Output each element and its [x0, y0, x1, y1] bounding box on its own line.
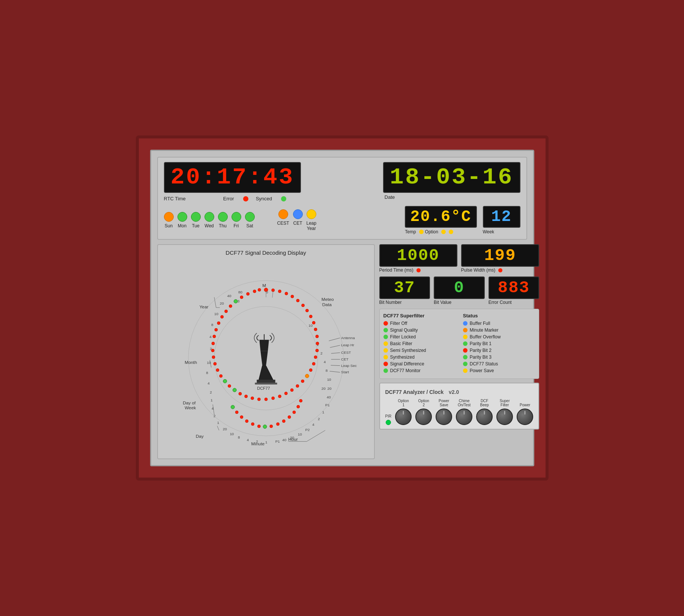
signal-title: DCF77 Signal Decoding Display	[162, 249, 370, 256]
signal-diff-dot	[383, 362, 388, 366]
status-minute-marker: Minute Marker	[463, 328, 535, 333]
ring-dot-39	[214, 328, 217, 331]
buffer-overflow-dot	[463, 335, 468, 339]
fri-dot	[232, 212, 241, 222]
option1-control[interactable]: Option1	[395, 399, 412, 425]
cest-dot	[278, 209, 288, 219]
super-filter-control[interactable]: SuperFilter	[496, 399, 513, 425]
period-time-wrap: 1000 Period Time (ms)	[379, 244, 457, 273]
option2-knob[interactable]	[415, 409, 432, 425]
ring-dot-10	[314, 328, 317, 331]
cet-indicator: CET	[293, 209, 303, 226]
ring-dot-6	[301, 304, 304, 307]
status-title: Status	[463, 313, 535, 319]
svg-line-41	[329, 338, 340, 341]
ring-dot-20	[290, 389, 293, 392]
sat-dot	[245, 212, 255, 222]
wed-label: Wed	[204, 223, 213, 228]
ring-dot-e1	[269, 425, 272, 428]
svg-text:20: 20	[219, 301, 224, 305]
outer-frame: 20:17:43 RTC Time Error Synced 18-03-16 …	[136, 135, 549, 481]
ring-dot-45	[240, 296, 243, 299]
chime-control[interactable]: ChimeOn/Test	[456, 399, 472, 425]
status-filter-off: Filter Off	[383, 321, 455, 326]
day-indicators: Sun Mon Tue Wed	[164, 212, 255, 228]
svg-text:2: 2	[256, 439, 258, 443]
option1-label: Option1	[398, 399, 409, 407]
dcf-beep-control[interactable]: DCFBeep	[476, 399, 493, 425]
ring-dot-f3	[245, 420, 248, 423]
svg-text:P2: P2	[305, 428, 310, 432]
pulse-width-wrap: 199 Pulse Width (ms)	[461, 244, 539, 273]
ring-dot-e2	[276, 422, 279, 425]
signal-diagram: Year Month Day of Week Day Minute M Mete…	[162, 259, 370, 454]
filter-off-dot	[383, 321, 388, 326]
temp-label: Temp	[405, 229, 416, 234]
ring-dot-31	[223, 379, 227, 383]
super-filter-knob[interactable]	[496, 409, 513, 425]
status-buffer-full: Buffer Full	[463, 321, 535, 326]
ring-dot-f5	[235, 411, 238, 414]
ring-dot-e7	[299, 399, 302, 402]
ring-dot-27	[244, 395, 247, 398]
svg-marker-66	[259, 340, 269, 351]
ring-dot-13	[316, 349, 319, 352]
sun-dot	[164, 212, 174, 222]
cest-indicator: CEST	[277, 209, 289, 226]
svg-text:4: 4	[207, 381, 210, 385]
week-label: Week	[483, 229, 494, 234]
svg-line-57	[217, 426, 219, 430]
minute-marker-dot	[463, 328, 468, 332]
svg-text:4: 4	[209, 335, 212, 339]
svg-marker-64	[259, 366, 273, 380]
option-label: Option	[425, 229, 438, 234]
power-save-control[interactable]: PowerSave	[436, 399, 452, 425]
ring-dot-19	[296, 385, 299, 388]
svg-text:40: 40	[282, 438, 286, 442]
error-count-display: 883	[489, 276, 540, 299]
svg-text:CET: CET	[341, 357, 349, 361]
week-label-row: Week	[483, 229, 494, 234]
svg-text:20: 20	[327, 386, 331, 391]
analyzer-section: DCF77 Analyzer / Clock v2.0 PIR Option1	[379, 383, 540, 430]
power-ctrl-label: Power	[520, 403, 530, 407]
svg-line-63	[272, 291, 273, 298]
meteo-ring-label: Meteo	[321, 297, 334, 302]
status-dcf77-status: DCF77 Status	[463, 361, 535, 367]
status-col: Status Buffer Full Minute Marker Buffer …	[463, 313, 535, 375]
thu-label: Thu	[219, 223, 227, 228]
leap-year-dot	[307, 209, 316, 219]
option1-knob[interactable]	[395, 409, 412, 425]
ring-dot-48	[258, 288, 261, 291]
rtc-label: RTC Time	[164, 196, 186, 201]
bit-value-display: 0	[434, 276, 485, 299]
day-sat: Sat	[245, 212, 255, 228]
bit-value-wrap: 0 Bit Value	[434, 276, 485, 305]
status-parity-bit1: Parity Bit 1	[463, 341, 535, 346]
option2-control[interactable]: Option2	[415, 399, 432, 425]
bit-number-label: Bit Number	[379, 300, 430, 305]
chime-knob[interactable]	[456, 409, 472, 425]
svg-line-49	[331, 365, 340, 366]
pir-led	[386, 420, 391, 425]
top-section: 20:17:43 RTC Time Error Synced 18-03-16 …	[157, 157, 527, 240]
parity-bit2-dot	[463, 348, 468, 353]
power-save-knob[interactable]	[436, 409, 452, 425]
ring-dot-e4	[288, 416, 291, 419]
filter-locked-dot	[383, 335, 388, 339]
signal-panel: DCF77 Signal Decoding Display Year Month…	[157, 244, 375, 459]
power-knob[interactable]	[517, 409, 533, 425]
dcf-beep-knob[interactable]	[476, 409, 493, 425]
ring-dot-25	[257, 398, 260, 401]
month-ring-label: Month	[185, 360, 197, 365]
controls-row: PIR Option1 Option2	[385, 399, 534, 425]
timezone-indicators: CEST CET LeapYear	[277, 209, 317, 231]
status-synthesized: Synthesized	[383, 355, 455, 360]
error-dot	[243, 196, 248, 201]
power-control[interactable]: Power	[517, 403, 533, 425]
day-mon: Mon	[177, 212, 187, 228]
option2-label: Option2	[418, 399, 429, 407]
ring-dot-44	[234, 299, 238, 303]
sat-label: Sat	[246, 223, 253, 228]
antenna-icon: DCF77	[254, 333, 277, 391]
